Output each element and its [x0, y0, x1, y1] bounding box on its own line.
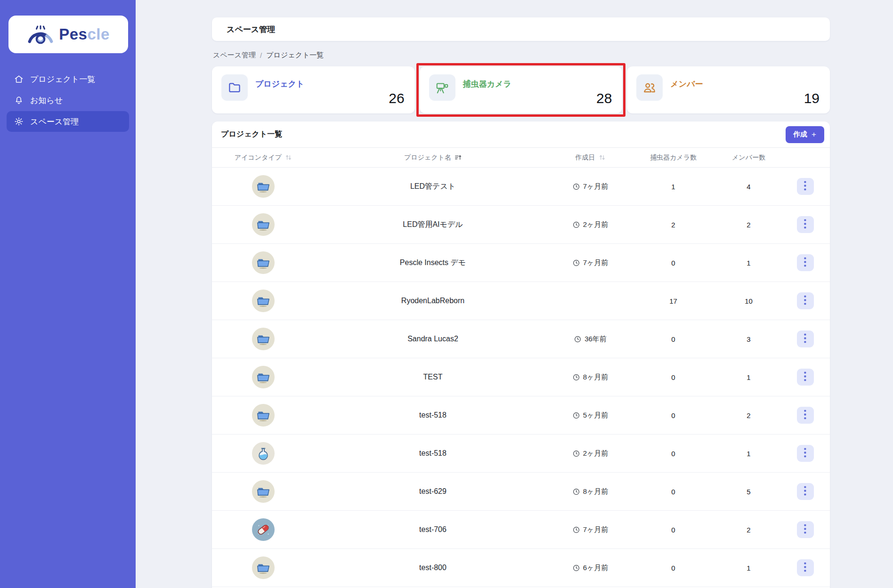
- sidebar: Pescle プロジェクト一覧 お知らせ スペース管理: [0, 0, 136, 588]
- project-name: test-518: [315, 411, 551, 419]
- row-menu-button[interactable]: [797, 445, 814, 462]
- created-date: 2ヶ月前: [551, 449, 630, 458]
- member-count: 5: [717, 488, 780, 496]
- created-date-text: 2ヶ月前: [583, 220, 609, 229]
- kebab-menu-icon: [804, 410, 807, 421]
- project-type-icon: [252, 480, 275, 503]
- column-header-created-date[interactable]: 作成日: [551, 153, 630, 162]
- kebab-menu-icon: [804, 295, 807, 306]
- camera-count: 1: [630, 183, 717, 191]
- table-row: LED管用AIモデル 2ヶ月前 2 2: [212, 206, 830, 244]
- project-type-icon: [252, 328, 275, 350]
- brand-name: Pescle: [59, 25, 110, 43]
- clock-icon: [573, 526, 580, 533]
- camera-count: 0: [630, 526, 717, 534]
- stat-value: 28: [596, 90, 612, 106]
- sort-updown-icon[interactable]: [285, 154, 292, 161]
- sidebar-item-label: プロジェクト一覧: [30, 74, 95, 85]
- row-menu-button[interactable]: [797, 178, 814, 195]
- member-count: 4: [717, 183, 780, 191]
- clock-icon: [574, 336, 581, 343]
- project-name: Sandra Lucas2: [315, 335, 551, 343]
- camera-count: 0: [630, 488, 717, 496]
- sort-updown-icon[interactable]: [599, 154, 606, 161]
- column-header-icon-type[interactable]: アイコンタイプ: [212, 153, 315, 162]
- row-menu-button[interactable]: [797, 521, 814, 538]
- project-type-icon: [252, 251, 275, 274]
- brand-name-secondary: cle: [87, 25, 109, 43]
- project-name: LED管用AIモデル: [315, 220, 551, 230]
- breadcrumb-item-current: プロジェクト一覧: [266, 51, 324, 60]
- kebab-menu-icon: [804, 257, 807, 268]
- stat-card-trap-cameras[interactable]: 捕虫器カメラ 28: [420, 66, 623, 113]
- row-menu-button[interactable]: [797, 407, 814, 424]
- project-name: test-800: [315, 564, 551, 572]
- table-row: Pescle Insects デモ 7ヶ月前 0 1: [212, 244, 830, 282]
- member-count: 2: [717, 526, 780, 534]
- project-type-icon: [252, 290, 275, 312]
- sidebar-item-space-management[interactable]: スペース管理: [7, 111, 129, 132]
- row-menu-button[interactable]: [797, 292, 814, 309]
- camera-count: 0: [630, 259, 717, 267]
- project-name: RyodenLabReborn: [315, 297, 551, 305]
- column-header-member-count: メンバー数: [717, 153, 780, 162]
- kebab-menu-icon: [804, 371, 807, 383]
- created-date-text: 36年前: [585, 335, 607, 344]
- created-date: 5ヶ月前: [551, 411, 630, 420]
- table-body: LED管テスト 7ヶ月前 1 4 LED管用AIモデル: [212, 168, 830, 587]
- camera-count: 0: [630, 450, 717, 458]
- table-toolbar: プロジェクト一覧 作成 +: [212, 121, 830, 147]
- sidebar-item-label: お知らせ: [30, 95, 63, 106]
- row-menu-button[interactable]: [797, 254, 814, 271]
- created-date: 36年前: [551, 335, 630, 344]
- created-date: 2ヶ月前: [551, 220, 630, 229]
- clock-icon: [573, 564, 580, 572]
- camera-count: 2: [630, 221, 717, 229]
- created-date-text: 5ヶ月前: [583, 411, 609, 420]
- clock-icon: [573, 450, 580, 457]
- project-name: test-706: [315, 525, 551, 534]
- pescle-eye-logo-icon: [27, 23, 54, 46]
- row-menu-button[interactable]: [797, 369, 814, 386]
- stat-label: プロジェクト: [255, 79, 304, 89]
- member-count: 1: [717, 450, 780, 458]
- row-menu-button[interactable]: [797, 216, 814, 233]
- project-table-card: プロジェクト一覧 作成 + アイコンタイプ プロジェクト名 作成日 捕虫器カメラ…: [212, 121, 830, 588]
- breadcrumb-item[interactable]: スペース管理: [213, 51, 256, 60]
- row-menu-button[interactable]: [797, 559, 814, 576]
- stats-row: プロジェクト 26 捕虫器カメラ 28 メンバー 19: [212, 66, 830, 113]
- logo[interactable]: Pescle: [8, 16, 128, 53]
- stat-value: 19: [804, 90, 820, 106]
- camera-count: 17: [630, 297, 717, 305]
- sidebar-item-notifications[interactable]: お知らせ: [7, 90, 129, 111]
- create-button-label: 作成: [793, 130, 807, 139]
- created-date: 6ヶ月前: [551, 564, 630, 572]
- sidebar-nav: プロジェクト一覧 お知らせ スペース管理: [7, 69, 129, 132]
- project-name: Pescle Insects デモ: [315, 258, 551, 268]
- member-count: 3: [717, 335, 780, 343]
- sidebar-item-label: スペース管理: [30, 116, 79, 127]
- table-title: プロジェクト一覧: [221, 129, 282, 139]
- column-header-project-name[interactable]: プロジェクト名: [315, 153, 551, 162]
- camera-count: 0: [630, 411, 717, 419]
- row-menu-button[interactable]: [797, 483, 814, 500]
- bell-icon: [14, 95, 24, 105]
- created-date-text: 6ヶ月前: [583, 564, 609, 572]
- plus-icon: +: [812, 130, 816, 139]
- stat-card-members[interactable]: メンバー 19: [627, 66, 830, 113]
- sidebar-item-projects[interactable]: プロジェクト一覧: [7, 69, 129, 89]
- table-row: test-706 7ヶ月前 0 2: [212, 511, 830, 549]
- create-button[interactable]: 作成 +: [786, 126, 824, 143]
- created-date: 7ヶ月前: [551, 525, 630, 534]
- table-row: test-518 2ヶ月前 0 1: [212, 435, 830, 473]
- created-date-text: 7ヶ月前: [583, 182, 609, 191]
- stat-card-projects[interactable]: プロジェクト 26: [212, 66, 415, 113]
- column-header-camera-count: 捕虫器カメラ数: [630, 153, 717, 162]
- sort-ascending-icon[interactable]: [455, 154, 462, 161]
- stat-value: 26: [389, 90, 404, 106]
- project-type-icon: [252, 175, 275, 198]
- row-menu-button[interactable]: [797, 330, 814, 347]
- camera-count: 0: [630, 335, 717, 343]
- page-title: スペース管理: [227, 24, 275, 35]
- project-type-icon: [252, 404, 275, 427]
